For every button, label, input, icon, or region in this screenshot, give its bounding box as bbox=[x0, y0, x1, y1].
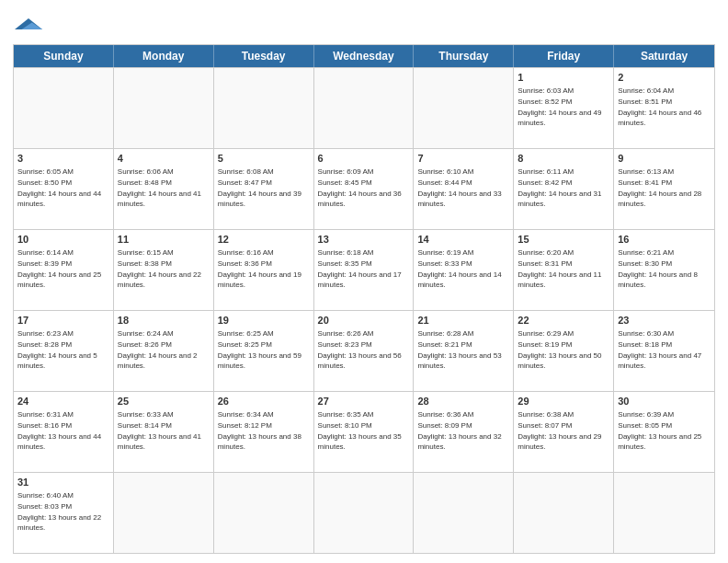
day-info: Sunrise: 6:19 AM Sunset: 8:33 PM Dayligh… bbox=[417, 247, 509, 290]
day-info: Sunrise: 6:21 AM Sunset: 8:30 PM Dayligh… bbox=[618, 247, 711, 290]
calendar-cell bbox=[414, 473, 514, 553]
day-number: 30 bbox=[618, 395, 711, 408]
day-number: 21 bbox=[417, 314, 509, 327]
day-info: Sunrise: 6:35 AM Sunset: 8:10 PM Dayligh… bbox=[318, 409, 410, 452]
weekday-header-tuesday: Tuesday bbox=[214, 45, 314, 67]
calendar-cell: 21Sunrise: 6:28 AM Sunset: 8:21 PM Dayli… bbox=[414, 311, 514, 391]
calendar-cell: 1Sunrise: 6:03 AM Sunset: 8:52 PM Daylig… bbox=[514, 68, 614, 148]
day-number: 2 bbox=[618, 71, 711, 85]
day-info: Sunrise: 6:10 AM Sunset: 8:44 PM Dayligh… bbox=[417, 167, 509, 209]
calendar-cell: 13Sunrise: 6:18 AM Sunset: 8:35 PM Dayli… bbox=[314, 230, 415, 310]
header bbox=[13, 9, 715, 39]
day-info: Sunrise: 6:25 AM Sunset: 8:25 PM Dayligh… bbox=[218, 328, 310, 371]
day-number: 23 bbox=[618, 314, 711, 327]
day-info: Sunrise: 6:31 AM Sunset: 8:16 PM Dayligh… bbox=[17, 409, 109, 452]
day-info: Sunrise: 6:26 AM Sunset: 8:23 PM Dayligh… bbox=[318, 328, 410, 371]
day-number: 15 bbox=[518, 233, 609, 247]
calendar-cell: 22Sunrise: 6:29 AM Sunset: 8:19 PM Dayli… bbox=[514, 311, 614, 391]
weekday-header-monday: Monday bbox=[114, 45, 214, 67]
day-number: 6 bbox=[318, 152, 410, 166]
day-info: Sunrise: 6:38 AM Sunset: 8:07 PM Dayligh… bbox=[518, 409, 609, 452]
day-info: Sunrise: 6:23 AM Sunset: 8:28 PM Dayligh… bbox=[17, 328, 109, 371]
calendar-cell bbox=[214, 68, 314, 148]
calendar-cell: 29Sunrise: 6:38 AM Sunset: 8:07 PM Dayli… bbox=[514, 392, 614, 472]
calendar-cell bbox=[114, 473, 214, 553]
calendar-cell: 3Sunrise: 6:05 AM Sunset: 8:50 PM Daylig… bbox=[14, 149, 114, 229]
calendar-cell: 8Sunrise: 6:11 AM Sunset: 8:42 PM Daylig… bbox=[514, 149, 614, 229]
day-number: 7 bbox=[417, 152, 509, 166]
day-number: 26 bbox=[218, 395, 310, 408]
day-number: 4 bbox=[118, 152, 210, 166]
calendar-cell: 6Sunrise: 6:09 AM Sunset: 8:45 PM Daylig… bbox=[314, 149, 415, 229]
weekday-header-thursday: Thursday bbox=[414, 45, 514, 67]
day-info: Sunrise: 6:08 AM Sunset: 8:47 PM Dayligh… bbox=[218, 167, 310, 209]
calendar-cell: 25Sunrise: 6:33 AM Sunset: 8:14 PM Dayli… bbox=[114, 392, 214, 472]
calendar-cell bbox=[414, 68, 514, 148]
calendar-cell: 12Sunrise: 6:16 AM Sunset: 8:36 PM Dayli… bbox=[214, 230, 314, 310]
weekday-header-friday: Friday bbox=[514, 45, 614, 67]
calendar-cell: 20Sunrise: 6:26 AM Sunset: 8:23 PM Dayli… bbox=[314, 311, 415, 391]
calendar-cell: 31Sunrise: 6:40 AM Sunset: 8:03 PM Dayli… bbox=[14, 473, 114, 553]
day-number: 28 bbox=[417, 395, 509, 408]
day-info: Sunrise: 6:11 AM Sunset: 8:42 PM Dayligh… bbox=[518, 167, 609, 209]
calendar-cell bbox=[214, 473, 314, 553]
day-number: 27 bbox=[318, 395, 410, 408]
weekday-header-wednesday: Wednesday bbox=[314, 45, 415, 67]
day-info: Sunrise: 6:05 AM Sunset: 8:50 PM Dayligh… bbox=[17, 167, 109, 209]
calendar-cell bbox=[14, 68, 114, 148]
day-number: 16 bbox=[618, 233, 711, 247]
calendar-row-4: 24Sunrise: 6:31 AM Sunset: 8:16 PM Dayli… bbox=[14, 391, 714, 472]
calendar-cell: 15Sunrise: 6:20 AM Sunset: 8:31 PM Dayli… bbox=[514, 230, 614, 310]
day-info: Sunrise: 6:06 AM Sunset: 8:48 PM Dayligh… bbox=[118, 167, 210, 209]
day-info: Sunrise: 6:39 AM Sunset: 8:05 PM Dayligh… bbox=[618, 409, 711, 452]
day-info: Sunrise: 6:13 AM Sunset: 8:41 PM Dayligh… bbox=[618, 167, 711, 209]
calendar-cell: 17Sunrise: 6:23 AM Sunset: 8:28 PM Dayli… bbox=[14, 311, 114, 391]
calendar-cell: 11Sunrise: 6:15 AM Sunset: 8:38 PM Dayli… bbox=[114, 230, 214, 310]
day-number: 25 bbox=[118, 395, 210, 408]
day-info: Sunrise: 6:15 AM Sunset: 8:38 PM Dayligh… bbox=[118, 247, 210, 290]
day-number: 19 bbox=[218, 314, 310, 327]
day-number: 17 bbox=[17, 314, 109, 327]
calendar-body: 1Sunrise: 6:03 AM Sunset: 8:52 PM Daylig… bbox=[14, 67, 714, 553]
calendar-cell: 5Sunrise: 6:08 AM Sunset: 8:47 PM Daylig… bbox=[214, 149, 314, 229]
calendar-row-2: 10Sunrise: 6:14 AM Sunset: 8:39 PM Dayli… bbox=[14, 229, 714, 310]
calendar-cell bbox=[314, 68, 415, 148]
day-info: Sunrise: 6:14 AM Sunset: 8:39 PM Dayligh… bbox=[17, 247, 109, 290]
day-info: Sunrise: 6:28 AM Sunset: 8:21 PM Dayligh… bbox=[417, 328, 509, 371]
calendar-row-3: 17Sunrise: 6:23 AM Sunset: 8:28 PM Dayli… bbox=[14, 310, 714, 391]
day-number: 11 bbox=[118, 233, 210, 247]
day-number: 18 bbox=[118, 314, 210, 327]
logo-icon bbox=[15, 13, 42, 35]
day-info: Sunrise: 6:16 AM Sunset: 8:36 PM Dayligh… bbox=[218, 247, 310, 290]
day-number: 22 bbox=[518, 314, 609, 327]
day-info: Sunrise: 6:34 AM Sunset: 8:12 PM Dayligh… bbox=[218, 409, 310, 452]
day-info: Sunrise: 6:36 AM Sunset: 8:09 PM Dayligh… bbox=[417, 409, 509, 452]
calendar-cell: 2Sunrise: 6:04 AM Sunset: 8:51 PM Daylig… bbox=[614, 68, 714, 148]
calendar-cell: 19Sunrise: 6:25 AM Sunset: 8:25 PM Dayli… bbox=[214, 311, 314, 391]
day-number: 8 bbox=[518, 152, 609, 166]
day-number: 1 bbox=[518, 71, 609, 85]
day-number: 3 bbox=[17, 152, 109, 166]
calendar-header: SundayMondayTuesdayWednesdayThursdayFrid… bbox=[14, 45, 714, 67]
calendar-cell bbox=[314, 473, 415, 553]
calendar-cell: 7Sunrise: 6:10 AM Sunset: 8:44 PM Daylig… bbox=[414, 149, 514, 229]
day-number: 31 bbox=[17, 476, 109, 489]
calendar-cell: 24Sunrise: 6:31 AM Sunset: 8:16 PM Dayli… bbox=[14, 392, 114, 472]
calendar-cell bbox=[614, 473, 714, 553]
calendar-cell: 30Sunrise: 6:39 AM Sunset: 8:05 PM Dayli… bbox=[614, 392, 714, 472]
day-number: 29 bbox=[518, 395, 609, 408]
day-info: Sunrise: 6:24 AM Sunset: 8:26 PM Dayligh… bbox=[118, 328, 210, 371]
calendar-cell bbox=[114, 68, 214, 148]
calendar-row-0: 1Sunrise: 6:03 AM Sunset: 8:52 PM Daylig… bbox=[14, 67, 714, 148]
weekday-header-saturday: Saturday bbox=[614, 45, 714, 67]
calendar-cell bbox=[514, 473, 614, 553]
day-number: 5 bbox=[218, 152, 310, 166]
weekday-header-sunday: Sunday bbox=[14, 45, 114, 67]
day-number: 14 bbox=[417, 233, 509, 247]
calendar-cell: 28Sunrise: 6:36 AM Sunset: 8:09 PM Dayli… bbox=[414, 392, 514, 472]
day-info: Sunrise: 6:30 AM Sunset: 8:18 PM Dayligh… bbox=[618, 328, 711, 371]
calendar-cell: 10Sunrise: 6:14 AM Sunset: 8:39 PM Dayli… bbox=[14, 230, 114, 310]
calendar-row-1: 3Sunrise: 6:05 AM Sunset: 8:50 PM Daylig… bbox=[14, 148, 714, 229]
day-number: 9 bbox=[618, 152, 711, 166]
day-info: Sunrise: 6:09 AM Sunset: 8:45 PM Dayligh… bbox=[318, 167, 410, 209]
